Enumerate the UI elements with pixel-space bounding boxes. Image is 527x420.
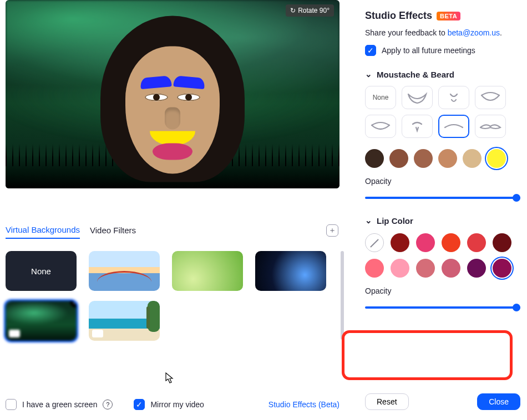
lip-opacity-slider[interactable]	[365, 303, 520, 312]
beard-option-7[interactable]	[475, 115, 506, 138]
lip-color-6[interactable]	[365, 259, 384, 278]
beard-color-0[interactable]	[365, 149, 384, 168]
beard-option-4[interactable]	[365, 115, 396, 138]
lip-color-9[interactable]	[442, 259, 460, 278]
lip-color-1[interactable]	[391, 233, 409, 252]
feedback-text: Share your feedback to beta@zoom.us.	[365, 28, 520, 37]
video-preview: ↻ Rotate 90°	[6, 0, 339, 188]
mirror-video-label: Mirror my video	[150, 400, 204, 409]
beard-shape-icon	[479, 120, 501, 133]
lip-color-11[interactable]	[493, 259, 511, 278]
panel-title: Studio Effects	[365, 10, 432, 22]
reset-button[interactable]: Reset	[365, 393, 409, 410]
bg-option-bridge[interactable]	[89, 251, 160, 291]
close-button[interactable]: Close	[477, 393, 520, 410]
beard-option-1[interactable]	[402, 86, 433, 109]
beard-color-2[interactable]	[414, 149, 433, 168]
section-moustache-title: Moustache & Beard	[377, 70, 454, 79]
bg-option-grass[interactable]	[172, 251, 243, 291]
beard-option-2[interactable]	[438, 86, 469, 109]
feedback-prefix: Share your feedback to	[365, 28, 448, 37]
lip-color-7[interactable]	[391, 259, 409, 278]
help-icon[interactable]: ?	[103, 399, 113, 409]
plus-icon: ＋	[328, 226, 336, 235]
beard-shape-icon	[406, 91, 428, 104]
bg-option-aurora[interactable]: ✕	[6, 301, 77, 341]
rotate-label: Rotate 90°	[298, 7, 330, 14]
moustache-opacity-slider[interactable]	[365, 193, 520, 202]
rotate-icon: ↻	[290, 7, 296, 14]
beta-badge: BETA	[437, 12, 460, 21]
tab-virtual-backgrounds[interactable]: Virtual Backgrounds	[6, 222, 80, 239]
add-background-button[interactable]: ＋	[326, 224, 338, 237]
lip-color-3[interactable]	[442, 233, 460, 252]
chevron-down-icon: ⌄	[365, 216, 372, 226]
beard-shape-icon	[479, 91, 501, 104]
studio-effects-link[interactable]: Studio Effects (Beta)	[268, 400, 339, 409]
section-moustache-toggle[interactable]: ⌄ Moustache & Beard	[365, 69, 520, 79]
green-screen-checkbox[interactable]	[6, 399, 17, 410]
rotate-button[interactable]: ↻ Rotate 90°	[286, 4, 334, 17]
moustache-opacity-label: Opacity	[365, 177, 520, 186]
bg-option-none[interactable]: None	[6, 251, 77, 291]
beard-option-6[interactable]	[438, 115, 469, 138]
feedback-email-link[interactable]: beta@zoom.us	[448, 28, 500, 37]
beard-shape-icon	[443, 120, 465, 133]
beard-option-3[interactable]	[475, 86, 506, 109]
beard-color-4[interactable]	[463, 149, 482, 168]
beard-shape-icon	[406, 120, 428, 133]
video-badge-icon	[9, 330, 20, 337]
beard-color-5[interactable]	[487, 149, 506, 168]
cursor-icon	[165, 372, 174, 386]
chevron-down-icon: ⌄	[365, 69, 372, 79]
beard-shape-icon	[443, 91, 465, 104]
beard-none-label: None	[373, 94, 389, 101]
lip-color-10[interactable]	[467, 259, 486, 278]
apply-all-checkbox[interactable]	[365, 45, 376, 56]
green-screen-label: I have a green screen	[22, 400, 97, 409]
mirror-video-checkbox[interactable]	[134, 399, 145, 410]
beard-color-3[interactable]	[438, 149, 457, 168]
tutorial-highlight	[342, 330, 513, 380]
bg-option-beach[interactable]	[89, 301, 160, 341]
lip-color-4[interactable]	[467, 233, 486, 252]
tab-video-filters[interactable]: Video Filters	[90, 222, 136, 238]
apply-all-label: Apply to all future meetings	[382, 46, 475, 55]
bg-option-space[interactable]	[255, 251, 326, 291]
lip-color-5[interactable]	[493, 233, 511, 252]
scrollbar[interactable]	[341, 251, 344, 340]
lip-color-8[interactable]	[416, 259, 435, 278]
lip-color-2[interactable]	[416, 233, 435, 252]
bg-none-label: None	[31, 267, 51, 276]
beard-option-none[interactable]: None	[365, 86, 396, 109]
remove-background-button[interactable]: ✕	[70, 301, 77, 308]
beard-option-5[interactable]	[402, 115, 433, 138]
section-lip-toggle[interactable]: ⌄ Lip Color	[365, 216, 520, 226]
beard-shape-icon	[369, 120, 392, 133]
background-thumbnails: None ✕	[6, 251, 338, 341]
beard-color-1[interactable]	[389, 149, 408, 168]
lip-opacity-label: Opacity	[365, 286, 520, 295]
section-lip-title: Lip Color	[377, 216, 413, 226]
video-badge-icon	[92, 330, 103, 337]
lip-color-none[interactable]	[365, 233, 384, 252]
